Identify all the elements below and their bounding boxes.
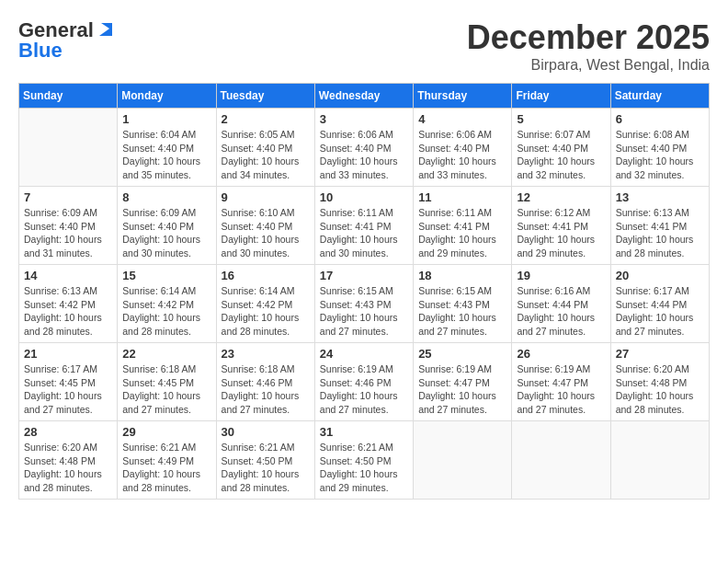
- day-number: 1: [122, 112, 210, 126]
- logo: General Blue: [18, 18, 116, 63]
- day-info: Sunrise: 6:16 AMSunset: 4:44 PMDaylight:…: [517, 284, 605, 339]
- calendar-cell: 2Sunrise: 6:05 AMSunset: 4:40 PMDaylight…: [216, 109, 314, 187]
- day-number: 21: [24, 347, 112, 361]
- day-info: Sunrise: 6:19 AMSunset: 4:46 PMDaylight:…: [320, 362, 408, 417]
- column-header-wednesday: Wednesday: [314, 84, 413, 109]
- column-header-tuesday: Tuesday: [216, 84, 314, 109]
- day-info: Sunrise: 6:12 AMSunset: 4:41 PMDaylight:…: [517, 206, 605, 260]
- week-row-1: 1Sunrise: 6:04 AMSunset: 4:40 PMDaylight…: [19, 109, 710, 187]
- day-number: 25: [418, 347, 506, 361]
- day-info: Sunrise: 6:17 AMSunset: 4:45 PMDaylight:…: [24, 362, 112, 417]
- calendar-cell: 3Sunrise: 6:06 AMSunset: 4:40 PMDaylight…: [314, 109, 413, 187]
- day-info: Sunrise: 6:05 AMSunset: 4:40 PMDaylight:…: [222, 128, 310, 182]
- day-info: Sunrise: 6:09 AMSunset: 4:40 PMDaylight:…: [24, 206, 112, 260]
- calendar-cell: 20Sunrise: 6:17 AMSunset: 4:44 PMDayligh…: [610, 265, 709, 343]
- logo-arrow-icon: [96, 19, 116, 40]
- calendar-cell: 31Sunrise: 6:21 AMSunset: 4:50 PMDayligh…: [314, 421, 413, 500]
- day-number: 24: [320, 347, 408, 361]
- day-number: 27: [616, 347, 704, 361]
- day-number: 11: [418, 190, 506, 204]
- calendar-cell: 23Sunrise: 6:18 AMSunset: 4:46 PMDayligh…: [216, 343, 314, 421]
- day-info: Sunrise: 6:04 AMSunset: 4:40 PMDaylight:…: [122, 128, 210, 182]
- column-header-thursday: Thursday: [414, 84, 512, 109]
- day-number: 7: [24, 190, 112, 204]
- calendar-cell: 8Sunrise: 6:09 AMSunset: 4:40 PMDaylight…: [118, 187, 216, 265]
- day-number: 29: [122, 425, 210, 439]
- day-number: 6: [616, 112, 704, 126]
- day-info: Sunrise: 6:17 AMSunset: 4:44 PMDaylight:…: [616, 284, 704, 339]
- day-info: Sunrise: 6:19 AMSunset: 4:47 PMDaylight:…: [517, 362, 605, 417]
- column-header-monday: Monday: [118, 84, 216, 109]
- calendar-cell: 11Sunrise: 6:11 AMSunset: 4:41 PMDayligh…: [414, 187, 512, 265]
- calendar-cell: 18Sunrise: 6:15 AMSunset: 4:43 PMDayligh…: [414, 265, 512, 343]
- page-header: General Blue December 2025 Birpara, West…: [18, 18, 710, 74]
- calendar-cell: 17Sunrise: 6:15 AMSunset: 4:43 PMDayligh…: [314, 265, 413, 343]
- day-info: Sunrise: 6:20 AMSunset: 4:48 PMDaylight:…: [24, 441, 112, 495]
- day-number: 4: [418, 112, 506, 126]
- day-info: Sunrise: 6:11 AMSunset: 4:41 PMDaylight:…: [418, 206, 506, 260]
- calendar-header-row: SundayMondayTuesdayWednesdayThursdayFrid…: [19, 84, 710, 109]
- day-number: 8: [122, 190, 210, 204]
- column-header-friday: Friday: [512, 84, 610, 109]
- day-number: 19: [517, 269, 605, 282]
- day-number: 15: [122, 269, 210, 282]
- calendar-cell: 16Sunrise: 6:14 AMSunset: 4:42 PMDayligh…: [216, 265, 314, 343]
- day-info: Sunrise: 6:06 AMSunset: 4:40 PMDaylight:…: [418, 128, 506, 182]
- day-number: 9: [222, 190, 310, 204]
- day-info: Sunrise: 6:20 AMSunset: 4:48 PMDaylight:…: [616, 362, 704, 417]
- day-info: Sunrise: 6:09 AMSunset: 4:40 PMDaylight:…: [122, 206, 210, 260]
- day-info: Sunrise: 6:18 AMSunset: 4:45 PMDaylight:…: [122, 362, 210, 417]
- day-info: Sunrise: 6:15 AMSunset: 4:43 PMDaylight:…: [418, 284, 506, 339]
- calendar-cell: 7Sunrise: 6:09 AMSunset: 4:40 PMDaylight…: [19, 187, 118, 265]
- day-info: Sunrise: 6:21 AMSunset: 4:50 PMDaylight:…: [222, 441, 310, 495]
- day-number: 22: [122, 347, 210, 361]
- calendar-cell: 12Sunrise: 6:12 AMSunset: 4:41 PMDayligh…: [512, 187, 610, 265]
- week-row-3: 14Sunrise: 6:13 AMSunset: 4:42 PMDayligh…: [19, 265, 710, 343]
- calendar-cell: 13Sunrise: 6:13 AMSunset: 4:41 PMDayligh…: [610, 187, 709, 265]
- calendar-cell: 5Sunrise: 6:07 AMSunset: 4:40 PMDaylight…: [512, 109, 610, 187]
- day-info: Sunrise: 6:06 AMSunset: 4:40 PMDaylight:…: [320, 128, 408, 182]
- week-row-2: 7Sunrise: 6:09 AMSunset: 4:40 PMDaylight…: [19, 187, 710, 265]
- calendar-cell: 14Sunrise: 6:13 AMSunset: 4:42 PMDayligh…: [19, 265, 118, 343]
- calendar-cell: 28Sunrise: 6:20 AMSunset: 4:48 PMDayligh…: [19, 421, 118, 500]
- day-info: Sunrise: 6:11 AMSunset: 4:41 PMDaylight:…: [320, 206, 408, 260]
- calendar-cell: 30Sunrise: 6:21 AMSunset: 4:50 PMDayligh…: [216, 421, 314, 500]
- calendar-cell: [512, 421, 610, 500]
- column-header-saturday: Saturday: [610, 84, 709, 109]
- week-row-4: 21Sunrise: 6:17 AMSunset: 4:45 PMDayligh…: [19, 343, 710, 421]
- day-info: Sunrise: 6:07 AMSunset: 4:40 PMDaylight:…: [517, 128, 605, 182]
- calendar-cell: 21Sunrise: 6:17 AMSunset: 4:45 PMDayligh…: [19, 343, 118, 421]
- location-subtitle: Birpara, West Bengal, India: [467, 57, 710, 74]
- calendar-cell: 27Sunrise: 6:20 AMSunset: 4:48 PMDayligh…: [610, 343, 709, 421]
- title-block: December 2025 Birpara, West Bengal, Indi…: [467, 18, 710, 74]
- day-number: 17: [320, 269, 408, 282]
- day-info: Sunrise: 6:15 AMSunset: 4:43 PMDaylight:…: [320, 284, 408, 339]
- day-number: 2: [222, 112, 310, 126]
- calendar-cell: 9Sunrise: 6:10 AMSunset: 4:40 PMDaylight…: [216, 187, 314, 265]
- day-number: 12: [517, 190, 605, 204]
- calendar-cell: 10Sunrise: 6:11 AMSunset: 4:41 PMDayligh…: [314, 187, 413, 265]
- day-number: 23: [222, 347, 310, 361]
- logo-blue: Blue: [18, 39, 63, 63]
- day-number: 30: [222, 425, 310, 439]
- day-info: Sunrise: 6:21 AMSunset: 4:49 PMDaylight:…: [122, 441, 210, 495]
- calendar-cell: [610, 421, 709, 500]
- calendar-cell: 24Sunrise: 6:19 AMSunset: 4:46 PMDayligh…: [314, 343, 413, 421]
- calendar-cell: 19Sunrise: 6:16 AMSunset: 4:44 PMDayligh…: [512, 265, 610, 343]
- day-number: 26: [517, 347, 605, 361]
- column-header-sunday: Sunday: [19, 84, 118, 109]
- calendar-cell: 25Sunrise: 6:19 AMSunset: 4:47 PMDayligh…: [414, 343, 512, 421]
- calendar-cell: [19, 109, 118, 187]
- month-title: December 2025: [467, 18, 710, 57]
- day-number: 20: [616, 269, 704, 282]
- week-row-5: 28Sunrise: 6:20 AMSunset: 4:48 PMDayligh…: [19, 421, 710, 500]
- day-info: Sunrise: 6:13 AMSunset: 4:41 PMDaylight:…: [616, 206, 704, 260]
- calendar-cell: 1Sunrise: 6:04 AMSunset: 4:40 PMDaylight…: [118, 109, 216, 187]
- day-number: 13: [616, 190, 704, 204]
- day-info: Sunrise: 6:08 AMSunset: 4:40 PMDaylight:…: [616, 128, 704, 182]
- day-info: Sunrise: 6:14 AMSunset: 4:42 PMDaylight:…: [122, 284, 210, 339]
- day-number: 5: [517, 112, 605, 126]
- day-number: 18: [418, 269, 506, 282]
- calendar-table: SundayMondayTuesdayWednesdayThursdayFrid…: [18, 83, 710, 500]
- day-info: Sunrise: 6:19 AMSunset: 4:47 PMDaylight:…: [418, 362, 506, 417]
